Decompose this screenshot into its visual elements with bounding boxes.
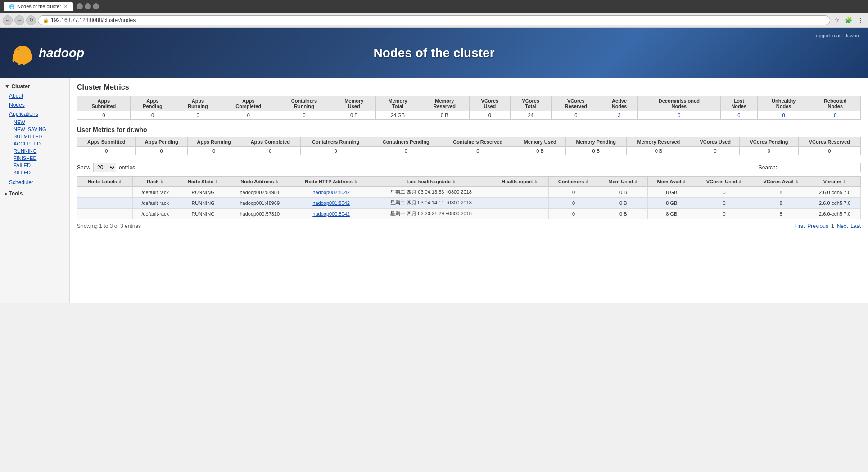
table-row: /default-rack RUNNING hadoop000:57310 ha… xyxy=(77,209,861,219)
sidebar-item-running[interactable]: RUNNING xyxy=(0,147,69,154)
th-version[interactable]: Version ⇕ xyxy=(809,177,860,187)
th-node-state[interactable]: Node State ⇕ xyxy=(178,177,228,187)
sort-icon: ⇕ xyxy=(160,180,163,184)
refresh-button[interactable]: ↻ xyxy=(26,15,36,25)
th-mem-used[interactable]: Mem Used ⇕ xyxy=(599,177,648,187)
search-input[interactable] xyxy=(780,163,861,172)
sidebar-item-about[interactable]: About xyxy=(0,91,69,100)
next-button[interactable]: Next xyxy=(837,223,848,229)
th-vcores-used[interactable]: VCores Used ⇕ xyxy=(696,177,753,187)
sidebar-item-killed[interactable]: KILLED xyxy=(0,169,69,176)
cell-node-labels xyxy=(77,209,133,219)
tools-section-header[interactable]: ▸ Tools xyxy=(0,189,69,199)
sidebar-item-finished[interactable]: FINISHED xyxy=(0,154,69,162)
uval-vcores-pending: 0 xyxy=(740,147,798,155)
sort-icon: ⇕ xyxy=(215,180,218,184)
extensions-icon[interactable]: 🧩 xyxy=(844,15,854,25)
sidebar-item-applications[interactable]: Applications xyxy=(0,109,69,118)
cell-vcores-used: 0 xyxy=(696,198,753,209)
browser-titlebar: 🌐 Nodes of the cluster ✕ xyxy=(0,0,868,13)
cell-last-health: 星期一 四月 02 20:21:29 +0800 2018 xyxy=(371,209,491,219)
col-unhealthy-nodes: UnhealthyNodes xyxy=(757,96,810,111)
ucol-vcores-used: VCores Used xyxy=(691,137,740,147)
col-apps-pending: AppsPending xyxy=(130,96,175,111)
cell-vcores-used: 0 xyxy=(696,187,753,198)
search-box: Search: xyxy=(759,163,861,172)
col-vcores-total: VCoresTotal xyxy=(510,96,551,111)
page-title: Nodes of the cluster xyxy=(373,46,494,60)
th-last-health[interactable]: Last health-update ⇕ xyxy=(371,177,491,187)
th-node-labels[interactable]: Node Labels ⇕ xyxy=(77,177,133,187)
entries-select[interactable]: 20 50 100 xyxy=(93,163,116,172)
col-apps-submitted: AppsSubmitted xyxy=(77,96,131,111)
val-lost-nodes[interactable]: 0 xyxy=(720,111,757,120)
cell-node-state: RUNNING xyxy=(178,187,228,198)
bookmark-icon[interactable]: ☆ xyxy=(832,15,842,25)
uval-containers-reserved: 0 xyxy=(441,147,515,155)
main-layout: ▼ Cluster About Nodes Applications NEW N… xyxy=(0,78,868,303)
sort-icon: ⇕ xyxy=(738,180,742,184)
uval-memory-reserved: 0 B xyxy=(626,147,691,155)
uval-apps-running: 0 xyxy=(187,147,240,155)
cell-containers: 0 xyxy=(548,209,599,219)
uval-apps-submitted: 0 xyxy=(77,147,136,155)
th-health-report[interactable]: Health-report ⇕ xyxy=(491,177,548,187)
forward-button[interactable]: → xyxy=(14,15,24,25)
cell-node-labels xyxy=(77,187,133,198)
cluster-section-header[interactable]: ▼ Cluster xyxy=(0,82,69,91)
tab-close-button[interactable]: ✕ xyxy=(64,4,68,9)
cell-node-http[interactable]: hadoop001:8042 xyxy=(291,198,371,209)
th-mem-avail[interactable]: Mem Avail ⇕ xyxy=(648,177,696,187)
page-wrapper: hadoop Nodes of the cluster Logged in as… xyxy=(0,28,868,303)
cell-node-state: RUNNING xyxy=(178,209,228,219)
last-button[interactable]: Last xyxy=(850,223,861,229)
minimize-button[interactable] xyxy=(77,3,83,9)
sort-icon: ⇕ xyxy=(118,180,122,184)
ucol-apps-running: Apps Running xyxy=(187,137,240,147)
sidebar-item-failed[interactable]: FAILED xyxy=(0,162,69,169)
cell-node-address: hadoop002:54981 xyxy=(228,187,291,198)
address-bar[interactable]: 🔒 192.168.77.128:8088/cluster/nodes xyxy=(38,15,830,25)
svg-point-4 xyxy=(18,49,19,50)
th-node-address[interactable]: Node Address ⇕ xyxy=(228,177,291,187)
col-vcores-reserved: VCoresReserved xyxy=(551,96,601,111)
sidebar-item-nodes[interactable]: Nodes xyxy=(0,100,69,109)
val-decommissioned-nodes[interactable]: 0 xyxy=(638,111,721,120)
val-memory-used: 0 B xyxy=(332,111,376,120)
cell-node-http[interactable]: hadoop000:8042 xyxy=(291,209,371,219)
nodes-table: Node Labels ⇕ Rack ⇕ Node State ⇕ Node A… xyxy=(77,176,861,219)
user-info: Logged in as: dr.who xyxy=(813,33,859,38)
th-vcores-avail[interactable]: VCores Avail ⇕ xyxy=(753,177,809,187)
val-active-nodes[interactable]: 3 xyxy=(601,111,637,120)
sidebar-item-submitted[interactable]: SUBMITTED xyxy=(0,133,69,140)
cell-node-address: hadoop001:48969 xyxy=(228,198,291,209)
cell-vcores-avail: 8 xyxy=(753,187,809,198)
sort-icon: ⇕ xyxy=(683,180,686,184)
val-unhealthy-nodes[interactable]: 0 xyxy=(757,111,810,120)
cell-rack: /default-rack xyxy=(132,198,178,209)
menu-icon[interactable]: ⋮ xyxy=(855,15,865,25)
sidebar-item-scheduler[interactable]: Scheduler xyxy=(0,178,69,187)
col-active-nodes: ActiveNodes xyxy=(601,96,637,111)
close-button[interactable] xyxy=(93,3,99,9)
th-rack[interactable]: Rack ⇕ xyxy=(132,177,178,187)
maximize-button[interactable] xyxy=(85,3,91,9)
ucol-containers-pending: Containers Pending xyxy=(371,137,441,147)
th-node-http[interactable]: Node HTTP Address ⇕ xyxy=(291,177,371,187)
cell-node-state: RUNNING xyxy=(178,198,228,209)
back-button[interactable]: ← xyxy=(3,15,13,25)
val-rebooted-nodes[interactable]: 0 xyxy=(810,111,860,120)
sort-icon: ⇕ xyxy=(795,180,799,184)
val-apps-completed: 0 xyxy=(221,111,276,120)
sidebar-item-new-saving[interactable]: NEW_SAVING xyxy=(0,126,69,133)
col-apps-running: AppsRunning xyxy=(175,96,221,111)
cell-version: 2.6.0-cdh5.7.0 xyxy=(809,209,860,219)
cell-node-http[interactable]: hadoop002:8042 xyxy=(291,187,371,198)
th-containers[interactable]: Containers ⇕ xyxy=(548,177,599,187)
first-button[interactable]: First xyxy=(794,223,805,229)
sidebar-item-new[interactable]: NEW xyxy=(0,118,69,126)
previous-button[interactable]: Previous xyxy=(807,223,828,229)
sort-icon: ⇕ xyxy=(452,180,456,184)
sidebar-item-accepted[interactable]: ACCEPTED xyxy=(0,140,69,147)
browser-tab[interactable]: 🌐 Nodes of the cluster ✕ xyxy=(4,2,73,11)
